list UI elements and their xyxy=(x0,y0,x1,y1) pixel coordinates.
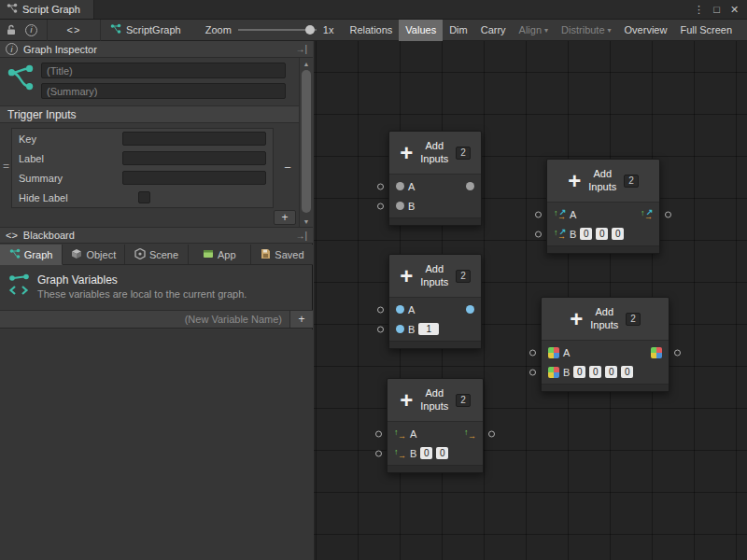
zoom-slider-handle[interactable] xyxy=(305,25,315,35)
tab-app[interactable]: App xyxy=(189,245,251,265)
node-add-inputs-generic[interactable]: + Add Inputs 2 A B xyxy=(388,131,482,226)
graph-title-input[interactable] xyxy=(41,63,286,78)
window-tab-script-graph[interactable]: Script Graph xyxy=(0,0,94,19)
add-variable-button[interactable]: + xyxy=(289,311,313,328)
input-connection-ring[interactable] xyxy=(529,369,536,375)
node-header[interactable]: + Add Inputs 2 xyxy=(389,132,481,174)
input-count-field[interactable]: 2 xyxy=(456,270,471,283)
vector2-port-icon[interactable]: ↑→ xyxy=(394,447,406,459)
output-connection-ring[interactable] xyxy=(665,211,671,217)
distribute-dropdown[interactable]: Distribute▾ xyxy=(555,20,617,41)
float-output-port-icon[interactable] xyxy=(466,305,474,314)
zoom-slider[interactable] xyxy=(238,24,317,35)
value-field-y[interactable]: 0 xyxy=(436,447,448,459)
float-input-port-icon[interactable] xyxy=(396,305,404,314)
add-icon: + xyxy=(400,143,413,163)
output-connection-ring[interactable] xyxy=(674,349,681,356)
graph-summary-input[interactable] xyxy=(41,83,286,99)
summary-input[interactable] xyxy=(122,171,266,185)
node-title: Add Inputs xyxy=(587,306,621,332)
generic-output-port-icon[interactable] xyxy=(466,182,474,190)
vector3-port-icon[interactable]: ↑↗→ xyxy=(641,208,653,220)
value-field-y[interactable]: 0 xyxy=(589,366,601,378)
tab-graph[interactable]: Graph xyxy=(0,245,63,265)
lock-icon[interactable] xyxy=(6,24,17,35)
node-add-inputs-vector2[interactable]: + Add Inputs 2 ↑→ A ↑→ ↑→ B 0 0 xyxy=(387,378,484,473)
node-header[interactable]: + Add Inputs 2 xyxy=(389,255,481,297)
graph-inspector-header[interactable]: i Graph Inspector →| xyxy=(0,41,313,58)
input-connection-ring[interactable] xyxy=(375,430,382,437)
align-dropdown[interactable]: Align▾ xyxy=(513,20,555,41)
input-connection-ring[interactable] xyxy=(529,349,536,356)
value-field-y[interactable]: 0 xyxy=(596,228,608,240)
label-input[interactable] xyxy=(122,151,266,165)
values-button[interactable]: Values xyxy=(399,20,443,41)
value-field-z[interactable]: 0 xyxy=(612,228,624,240)
fullscreen-button[interactable]: Full Screen xyxy=(673,20,739,41)
reorder-handle-icon[interactable]: = xyxy=(3,160,9,173)
vector2-port-icon[interactable]: ↑→ xyxy=(394,427,406,440)
input-count-field[interactable]: 2 xyxy=(456,147,471,160)
input-count-field[interactable]: 2 xyxy=(626,313,641,326)
window-maximize-icon[interactable]: □ xyxy=(709,2,725,18)
vector3-port-icon[interactable]: ↑↗→ xyxy=(554,228,566,240)
zoom-label: Zoom xyxy=(205,24,232,35)
inspector-scrollbar[interactable]: ▲ ▼ xyxy=(299,58,313,227)
info-icon[interactable]: i xyxy=(25,23,37,36)
scroll-down-icon[interactable]: ▼ xyxy=(300,216,313,227)
breadcrumb[interactable]: ScriptGraph xyxy=(110,23,181,36)
overview-button[interactable]: Overview xyxy=(618,20,674,41)
carry-button[interactable]: Carry xyxy=(474,20,513,41)
scroll-up-icon[interactable]: ▲ xyxy=(300,58,313,69)
output-connection-ring[interactable] xyxy=(488,430,495,437)
vector2-port-icon[interactable]: ↑→ xyxy=(464,427,476,440)
relations-button[interactable]: Relations xyxy=(343,20,399,41)
input-connection-ring[interactable] xyxy=(377,203,384,209)
value-field-z[interactable]: 0 xyxy=(605,366,617,378)
value-field-w[interactable]: 0 xyxy=(621,366,633,378)
vector4-port-icon[interactable] xyxy=(548,347,559,358)
node-header[interactable]: + Add Inputs 2 xyxy=(547,160,659,202)
input-connection-ring[interactable] xyxy=(535,231,542,237)
node-add-inputs-vector3[interactable]: + Add Inputs 2 ↑↗→ A ↑↗→ ↑↗→ B 0 0 0 xyxy=(546,159,660,254)
value-field[interactable]: 1 xyxy=(418,323,439,335)
add-icon: + xyxy=(568,171,581,191)
float-input-port-icon[interactable] xyxy=(396,325,404,333)
vector3-port-icon[interactable]: ↑↗→ xyxy=(554,208,566,220)
dock-icon[interactable]: →| xyxy=(295,231,307,241)
add-trigger-input-button[interactable]: + xyxy=(274,210,296,225)
node-header[interactable]: + Add Inputs 2 xyxy=(388,379,483,421)
new-variable-input[interactable] xyxy=(0,311,289,328)
vector4-port-icon[interactable] xyxy=(651,347,662,358)
tab-saved[interactable]: Saved xyxy=(251,245,313,265)
input-connection-ring[interactable] xyxy=(377,183,384,189)
input-connection-ring[interactable] xyxy=(535,211,542,217)
dock-icon[interactable]: →| xyxy=(295,44,307,54)
value-field-x[interactable]: 0 xyxy=(420,447,432,459)
generic-input-port-icon[interactable] xyxy=(396,182,404,190)
window-close-icon[interactable]: ✕ xyxy=(726,2,742,18)
input-connection-ring[interactable] xyxy=(377,306,384,313)
node-add-inputs-float[interactable]: + Add Inputs 2 A B 1 xyxy=(388,254,482,349)
key-input[interactable] xyxy=(122,132,266,146)
node-add-inputs-vector4[interactable]: + Add Inputs 2 A B 0 0 0 0 xyxy=(541,297,669,392)
value-field-x[interactable]: 0 xyxy=(580,228,592,240)
vector4-port-icon[interactable] xyxy=(548,367,559,378)
graph-canvas[interactable]: + Add Inputs 2 A B + Add Inputs 2 xyxy=(314,41,747,560)
input-count-field[interactable]: 2 xyxy=(624,175,639,188)
remove-trigger-input-button[interactable]: − xyxy=(279,160,296,175)
input-connection-ring[interactable] xyxy=(377,326,384,332)
hide-label-checkbox[interactable] xyxy=(138,191,150,203)
dim-button[interactable]: Dim xyxy=(443,20,474,41)
graph-root-button[interactable]: <> xyxy=(47,20,101,41)
node-header[interactable]: + Add Inputs 2 xyxy=(542,298,669,340)
value-field-x[interactable]: 0 xyxy=(573,366,585,378)
window-menu-icon[interactable]: ⋮ xyxy=(691,2,707,18)
tab-object[interactable]: Object xyxy=(63,245,125,265)
input-connection-ring[interactable] xyxy=(375,450,382,456)
scrollbar-thumb[interactable] xyxy=(302,70,311,213)
generic-input-port-icon[interactable] xyxy=(396,202,404,210)
blackboard-header[interactable]: <> Blackboard →| xyxy=(0,227,313,244)
input-count-field[interactable]: 2 xyxy=(456,394,471,407)
tab-scene[interactable]: Scene xyxy=(125,245,188,265)
